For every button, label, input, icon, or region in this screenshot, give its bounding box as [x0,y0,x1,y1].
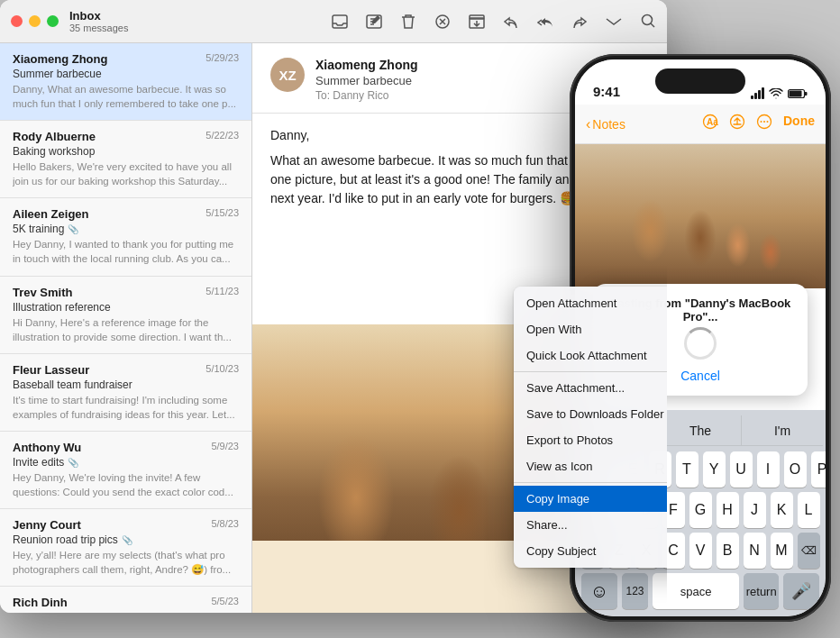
msg-sender: Fleur Lasseur [13,363,89,377]
key-o[interactable]: O [784,451,807,488]
menu-item-label: Export to Photos [526,433,613,447]
notes-back-button[interactable]: ‹ Notes [586,116,625,132]
key-mic[interactable]: 🎤 [783,573,819,609]
email-subject: Summer barbecue [315,74,602,87]
key-i[interactable]: I [757,451,780,488]
context-menu-item[interactable]: Quick Look Attachment [514,342,667,369]
msg-sender: Rich Dinh [13,596,68,609]
key-u[interactable]: U [730,451,753,488]
key-y[interactable]: Y [703,451,726,488]
svg-rect-4 [470,15,484,19]
emoji-key[interactable]: ☺ [581,573,617,609]
suggestion-the[interactable]: The [660,415,742,445]
close-button[interactable] [11,15,23,27]
key-v[interactable]: V [689,533,712,569]
suggestion-im[interactable]: I'm [742,415,823,445]
key-l[interactable]: L [798,492,820,528]
context-menu-item[interactable]: View as Icon [514,453,667,479]
key-m[interactable]: M [771,533,793,569]
email-from: Xiaomeng Zhong [315,58,602,72]
menu-item-label: Open With [526,323,581,336]
more-icon[interactable] [606,14,622,30]
msg-sender: Jenny Court [13,518,81,532]
battery-icon [788,88,808,99]
attachment-icon: 📎 [68,458,78,468]
msg-date: 5/8/23 [211,518,239,532]
mail-window: Inbox 35 messages [0,0,667,613]
notes-done-button[interactable]: Done [783,114,815,134]
message-list[interactable]: Xiaomeng Zhong 5/29/23 Summer barbecue D… [0,43,252,613]
key-t[interactable]: T [676,451,698,488]
message-item[interactable]: Jenny Court 5/8/23 Reunion road trip pic… [0,509,251,587]
reply-all-icon[interactable] [537,14,553,30]
context-menu-item[interactable]: Save to Downloads Folder [514,401,667,427]
trash-icon[interactable] [400,14,416,30]
menu-item-label: Share... [526,518,568,532]
iphone-time: 9:41 [593,84,620,99]
context-menu-item[interactable]: Copy Subject [514,538,667,564]
key-return[interactable]: return [744,573,779,609]
key-g[interactable]: G [689,492,712,528]
message-item[interactable]: Xiaomeng Zhong 5/29/23 Summer barbecue D… [0,43,251,121]
msg-preview: Hey Danny, We're loving the invite! A fe… [13,470,239,499]
attachment-icon: 📎 [122,535,132,545]
key-backspace[interactable]: ⌫ [798,533,820,569]
context-menu-item[interactable]: Share... [514,512,667,538]
message-item[interactable]: Aileen Zeigen 5/15/23 5K training📎 Hey D… [0,198,251,276]
message-count: 35 messages [69,23,128,33]
format-icon[interactable]: Aa [702,114,718,134]
dynamic-island [655,68,745,94]
msg-sender: Trev Smith [13,286,72,299]
notes-back-label: Notes [592,117,625,132]
compose-icon[interactable] [366,14,382,30]
key-nums[interactable]: 123 [622,573,648,609]
toolbar [332,14,656,30]
to-label: To: [315,89,330,102]
search-icon[interactable] [640,14,656,30]
message-item[interactable]: Rich Dinh 5/5/23 Trip to Zion National P… [0,587,251,613]
keyboard-row-4: ☺ 123 space return 🎤 [578,573,823,609]
svg-rect-8 [790,90,802,96]
back-arrow-icon: ‹ [586,116,590,132]
key-space[interactable]: space [653,573,739,609]
menu-item-label: Open Attachment [526,296,616,310]
message-item[interactable]: Anthony Wu 5/9/23 Invite edits📎 Hey Dann… [0,432,251,509]
message-item[interactable]: Trev Smith 5/11/23 Illustration referenc… [0,277,251,354]
svg-point-5 [642,15,652,25]
msg-sender: Anthony Wu [13,441,81,454]
share-icon[interactable] [729,114,745,134]
msg-preview: Danny, What an awesome barbecue. It was … [13,82,239,111]
minimize-button[interactable] [29,15,41,27]
forward-icon[interactable] [571,14,588,30]
key-k[interactable]: K [771,492,793,528]
key-h[interactable]: H [717,492,739,528]
context-menu-item[interactable]: Open Attachment [514,290,667,316]
key-n[interactable]: N [744,533,766,569]
svg-point-15 [767,121,769,123]
reply-icon[interactable] [503,14,519,30]
key-j[interactable]: J [744,492,766,528]
message-item[interactable]: Rody Albuerne 5/22/23 Baking workshop He… [0,121,251,198]
key-b[interactable]: B [717,533,739,569]
msg-date: 5/11/23 [205,286,239,299]
context-menu-item[interactable]: Copy Image [514,486,667,512]
message-item[interactable]: Fleur Lasseur 5/10/23 Baseball team fund… [0,354,251,432]
svg-rect-7 [805,92,808,96]
menu-item-label: View as Icon [526,460,592,473]
notes-image [575,144,826,288]
context-menu-item[interactable]: Export to Photos [514,427,667,453]
delete-icon[interactable] [434,14,451,30]
context-menu-item[interactable]: Open With › [514,316,667,342]
menu-item-label: Save Attachment... [526,381,625,395]
msg-date: 5/9/23 [211,441,239,454]
menu-divider [514,371,667,372]
context-menu-item[interactable]: Save Attachment... [514,375,667,401]
more-options-icon[interactable] [756,114,772,134]
svg-point-14 [763,121,765,123]
msg-preview: Hey, y'all! Here are my selects (that's … [13,548,239,577]
inbox-icon[interactable] [332,14,348,30]
fullscreen-button[interactable] [47,15,59,27]
msg-date: 5/5/23 [211,596,239,609]
archive-icon[interactable] [469,14,485,30]
key-p[interactable]: P [811,451,826,488]
